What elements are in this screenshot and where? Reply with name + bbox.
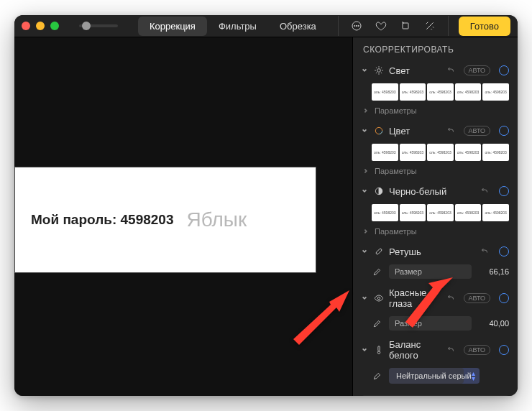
panel-spacer bbox=[362, 395, 509, 396]
enable-ring-icon[interactable] bbox=[499, 126, 509, 136]
svg-rect-4 bbox=[403, 23, 408, 29]
chevron-down-icon bbox=[362, 188, 369, 194]
wb-mode-select[interactable]: Нейтральный серый ▴▾ bbox=[389, 368, 480, 384]
brush-icon[interactable] bbox=[372, 266, 383, 277]
section-color[interactable]: Цвет АВТО bbox=[353, 121, 518, 141]
section-label: Ретушь bbox=[389, 246, 476, 257]
retouch-size-field[interactable]: Размер bbox=[389, 264, 472, 279]
enable-ring-icon[interactable] bbox=[499, 345, 509, 355]
undo-icon[interactable] bbox=[480, 186, 490, 196]
maximize-icon[interactable] bbox=[50, 22, 59, 30]
canvas[interactable]: Мой пароль: 4598203 Яблык bbox=[14, 37, 352, 396]
size-label: Размер bbox=[395, 267, 422, 276]
auto-button[interactable]: АВТО bbox=[464, 345, 491, 355]
svg-point-3 bbox=[358, 25, 359, 26]
svg-point-12 bbox=[377, 297, 380, 300]
section-retouch[interactable]: Ретушь bbox=[353, 241, 518, 262]
section-light[interactable]: Свет АВТО bbox=[353, 60, 518, 80]
chevron-down-icon bbox=[362, 249, 369, 254]
app-window: Коррекция Фильтры Обрезка Готово Мой пар… bbox=[14, 15, 518, 396]
minimize-icon[interactable] bbox=[36, 22, 45, 30]
light-params[interactable]: Параметры bbox=[353, 105, 518, 121]
bandage-icon bbox=[373, 246, 385, 257]
svg-point-2 bbox=[356, 25, 357, 26]
panel-title: СКОРРЕКТИРОВАТЬ bbox=[353, 37, 518, 60]
bw-params[interactable]: Параметры bbox=[353, 226, 518, 241]
light-thumbs[interactable]: оль: 4598203оль: 4598203оль: 4598203оль:… bbox=[353, 80, 518, 105]
body: Мой пароль: 4598203 Яблык СКОРРЕКТИРОВАТ… bbox=[14, 37, 518, 396]
svg-marker-5 bbox=[293, 290, 349, 345]
section-label: Баланс белого bbox=[389, 339, 442, 361]
eyedropper-icon[interactable] bbox=[372, 370, 383, 382]
annotation-arrow bbox=[400, 277, 457, 338]
done-button[interactable]: Готово bbox=[459, 17, 510, 36]
auto-button[interactable]: АВТО bbox=[464, 65, 491, 75]
params-label: Параметры bbox=[375, 227, 417, 236]
wb-mode-label: Нейтральный серый bbox=[396, 371, 472, 380]
contrast-icon bbox=[373, 185, 385, 197]
zoom-slider[interactable] bbox=[79, 24, 118, 27]
undo-icon[interactable] bbox=[446, 65, 457, 75]
bw-thumbs[interactable]: оль: 4598203оль: 4598203оль: 4598203оль:… bbox=[353, 201, 518, 226]
section-label: Свет bbox=[389, 65, 442, 76]
chevron-right-icon bbox=[363, 108, 370, 114]
rotate-icon[interactable] bbox=[395, 15, 416, 37]
color-thumbs[interactable]: оль: 4598203оль: 4598203оль: 4598203оль:… bbox=[353, 141, 518, 165]
close-icon[interactable] bbox=[22, 22, 30, 30]
chevron-right-icon bbox=[363, 228, 370, 234]
eye-icon bbox=[373, 292, 385, 304]
thermometer-icon bbox=[373, 344, 385, 356]
tab-correction[interactable]: Коррекция bbox=[138, 17, 207, 36]
section-label: Черно-белый bbox=[389, 186, 476, 197]
chevron-down-icon bbox=[362, 128, 369, 134]
adjust-panel: СКОРРЕКТИРОВАТЬ Свет АВТО оль: 4598203ол… bbox=[352, 37, 518, 396]
chevron-down-icon bbox=[362, 347, 369, 353]
brush-icon[interactable] bbox=[372, 318, 383, 329]
separator bbox=[338, 16, 339, 36]
svg-rect-13 bbox=[378, 346, 380, 351]
undo-icon[interactable] bbox=[446, 345, 457, 355]
window-controls bbox=[22, 22, 59, 30]
auto-button[interactable]: АВТО bbox=[464, 293, 491, 303]
color-ring-icon bbox=[373, 125, 385, 137]
annotation-arrow bbox=[286, 289, 351, 356]
more-icon[interactable] bbox=[346, 15, 367, 37]
mode-tabs: Коррекция Фильтры Обрезка bbox=[138, 17, 328, 36]
chevron-down-icon bbox=[362, 68, 369, 73]
toolbar-right: Готово bbox=[334, 15, 510, 37]
redeye-size-value: 40,00 bbox=[477, 319, 509, 328]
separator bbox=[448, 16, 449, 36]
enable-ring-icon[interactable] bbox=[499, 65, 509, 75]
undo-icon[interactable] bbox=[446, 126, 457, 136]
tab-filters[interactable]: Фильтры bbox=[207, 17, 268, 36]
svg-rect-11 bbox=[375, 248, 382, 254]
retouch-size-value: 66,16 bbox=[477, 267, 509, 276]
sun-icon bbox=[373, 65, 385, 76]
tab-crop[interactable]: Обрезка bbox=[268, 17, 328, 36]
section-label: Цвет bbox=[389, 126, 442, 137]
preview-text: Мой пароль: 4598203 bbox=[31, 212, 174, 228]
params-label: Параметры bbox=[375, 167, 417, 175]
wb-mode-row: Нейтральный серый ▴▾ bbox=[353, 365, 518, 388]
svg-point-7 bbox=[377, 69, 381, 73]
image-preview: Мой пароль: 4598203 Яблык bbox=[14, 167, 316, 273]
chevron-down-icon bbox=[362, 295, 369, 301]
heart-icon[interactable] bbox=[370, 15, 392, 37]
section-bw[interactable]: Черно-белый bbox=[353, 181, 518, 201]
enable-ring-icon[interactable] bbox=[499, 186, 509, 196]
wand-icon[interactable] bbox=[419, 15, 441, 37]
enable-ring-icon[interactable] bbox=[499, 246, 509, 257]
preview-watermark: Яблык bbox=[187, 208, 247, 231]
color-params[interactable]: Параметры bbox=[353, 165, 518, 181]
params-label: Параметры bbox=[375, 106, 417, 115]
select-arrows-icon: ▴▾ bbox=[472, 371, 475, 381]
undo-icon[interactable] bbox=[480, 246, 490, 257]
titlebar: Коррекция Фильтры Обрезка Готово bbox=[14, 15, 518, 37]
auto-button[interactable]: АВТО bbox=[464, 126, 491, 136]
chevron-right-icon bbox=[363, 168, 370, 174]
section-wb[interactable]: Баланс белого АВТО bbox=[353, 335, 518, 365]
svg-point-14 bbox=[377, 351, 380, 354]
enable-ring-icon[interactable] bbox=[499, 293, 509, 303]
svg-marker-6 bbox=[405, 277, 453, 328]
svg-point-1 bbox=[354, 25, 355, 26]
